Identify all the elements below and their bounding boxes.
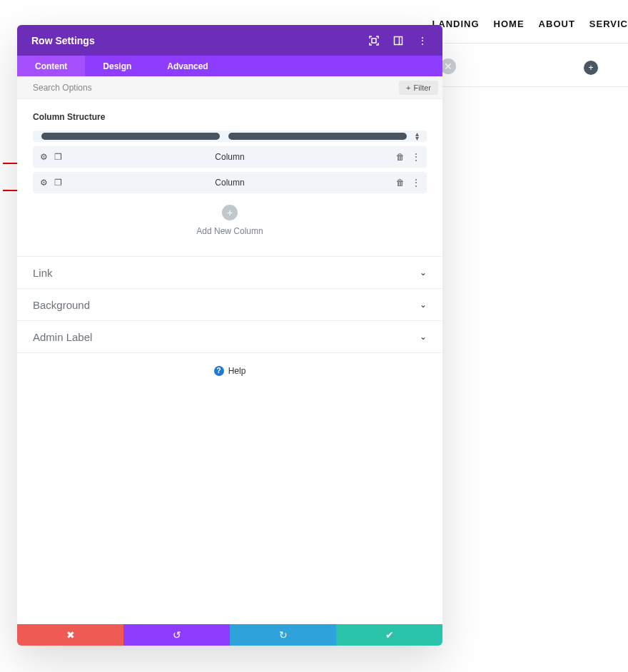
tab-design[interactable]: Design <box>85 56 149 76</box>
tab-advanced[interactable]: Advanced <box>149 56 226 76</box>
nav-item-about[interactable]: ABOUT <box>539 19 575 29</box>
trash-icon[interactable]: 🗑 <box>395 152 405 162</box>
undo-button[interactable]: ↺ <box>123 624 230 646</box>
accordion-label: Admin Label <box>33 331 92 343</box>
svg-rect-1 <box>395 36 402 44</box>
add-column-button[interactable]: + <box>222 205 238 220</box>
nav-item-home[interactable]: HOME <box>494 19 525 29</box>
modal-header: Row Settings ⋮ <box>17 25 442 56</box>
svg-rect-0 <box>372 39 376 43</box>
save-button[interactable]: ✔ <box>336 624 442 646</box>
undo-icon: ↺ <box>173 629 181 641</box>
more-icon[interactable]: ⋮ <box>417 35 428 46</box>
globe-icon[interactable]: ✕ <box>440 58 456 74</box>
accordion-label: Link <box>33 267 53 279</box>
accordion-label: Background <box>33 299 90 311</box>
chevron-down-icon: ⌄ <box>420 300 427 310</box>
chevron-down-icon: ⌄ <box>420 332 427 342</box>
column-label: Column <box>33 178 427 188</box>
trash-icon[interactable]: 🗑 <box>395 178 405 188</box>
sort-icon[interactable]: ▴▾ <box>415 132 422 141</box>
redo-button[interactable]: ↻ <box>230 624 336 646</box>
filter-button[interactable]: + Filter <box>399 81 438 95</box>
column-structure-heading: Column Structure <box>33 112 427 122</box>
column-row[interactable]: ⚙ ❐ Column 🗑 ⋮ <box>33 172 427 193</box>
help-label: Help <box>228 366 246 376</box>
modal-footer: ✖ ↺ ↻ ✔ <box>17 624 442 646</box>
accordion-background[interactable]: Background ⌄ <box>17 288 442 320</box>
search-row: Search Options + Filter <box>17 76 442 99</box>
close-icon: ✖ <box>66 629 75 641</box>
cancel-button[interactable]: ✖ <box>17 624 123 646</box>
search-input[interactable]: Search Options <box>33 83 92 93</box>
help-link[interactable]: ? Help <box>214 366 246 376</box>
add-column-label: Add New Column <box>33 226 427 236</box>
page-nav: LANDING HOME ABOUT SERVIC <box>432 19 628 29</box>
check-icon: ✔ <box>385 629 394 641</box>
gear-icon[interactable]: ⚙ <box>39 178 49 188</box>
more-icon[interactable]: ⋮ <box>411 152 421 162</box>
chevron-down-icon: ⌄ <box>420 268 427 278</box>
filter-label: Filter <box>414 83 431 92</box>
expand-icon[interactable] <box>368 35 380 46</box>
column-bar <box>41 133 220 140</box>
column-label: Column <box>33 152 427 162</box>
plus-icon: + <box>406 83 410 92</box>
modal-body: Column Structure ▴▾ ⚙ ❐ Column 🗑 ⋮ <box>17 99 442 624</box>
modal-tabs: Content Design Advanced <box>17 56 442 76</box>
accordion-admin-label[interactable]: Admin Label ⌄ <box>17 320 442 352</box>
column-structure-selector[interactable]: ▴▾ <box>33 131 427 142</box>
duplicate-icon[interactable]: ❐ <box>53 178 63 188</box>
redo-icon: ↻ <box>279 629 288 641</box>
column-bar <box>228 133 407 140</box>
add-section-button[interactable]: + <box>584 61 598 75</box>
nav-item-services[interactable]: SERVIC <box>589 19 628 29</box>
divider <box>442 86 628 87</box>
gear-icon[interactable]: ⚙ <box>39 152 49 162</box>
modal-title: Row Settings <box>31 35 95 46</box>
divider <box>442 43 628 44</box>
column-row[interactable]: ⚙ ❐ Column 🗑 ⋮ <box>33 146 427 168</box>
row-settings-modal: Row Settings ⋮ Content Design Advanced S… <box>17 25 442 646</box>
more-icon[interactable]: ⋮ <box>411 178 421 188</box>
accordion-link[interactable]: Link ⌄ <box>17 256 442 288</box>
help-icon: ? <box>214 366 224 376</box>
tab-content[interactable]: Content <box>17 56 85 76</box>
duplicate-icon[interactable]: ❐ <box>53 152 63 162</box>
snap-icon[interactable] <box>392 35 404 46</box>
